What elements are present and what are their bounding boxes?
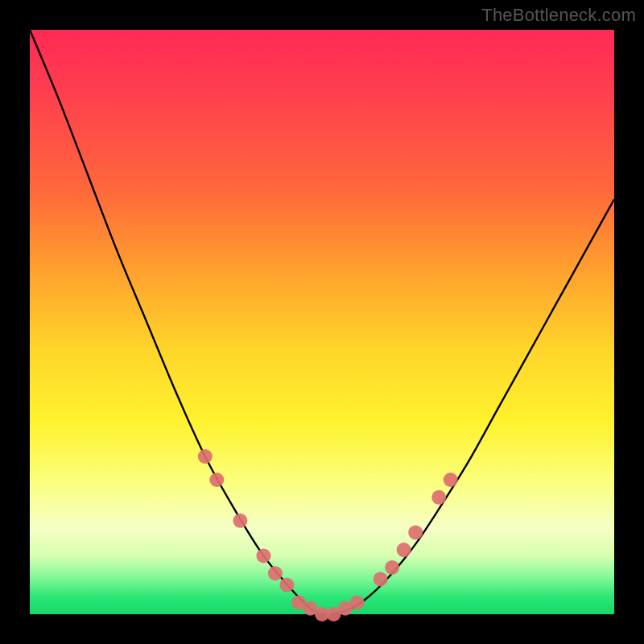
marker-dot xyxy=(397,543,411,557)
chart-canvas: TheBottleneck.com xyxy=(0,0,644,644)
plot-area xyxy=(30,30,614,614)
marker-dot xyxy=(198,449,213,464)
marker-group xyxy=(198,449,458,621)
bottleneck-curve xyxy=(30,30,614,615)
marker-dot xyxy=(350,596,365,610)
marker-dot xyxy=(233,514,247,528)
marker-dot xyxy=(374,572,388,586)
marker-dot xyxy=(444,473,458,487)
marker-dot xyxy=(408,525,423,539)
marker-dot xyxy=(431,490,446,505)
watermark-text: TheBottleneck.com xyxy=(481,5,636,26)
marker-dot xyxy=(268,566,283,580)
marker-dot xyxy=(385,560,399,575)
curve-layer xyxy=(30,30,614,614)
marker-dot xyxy=(209,473,224,487)
marker-dot xyxy=(279,578,294,592)
marker-dot xyxy=(256,548,270,563)
